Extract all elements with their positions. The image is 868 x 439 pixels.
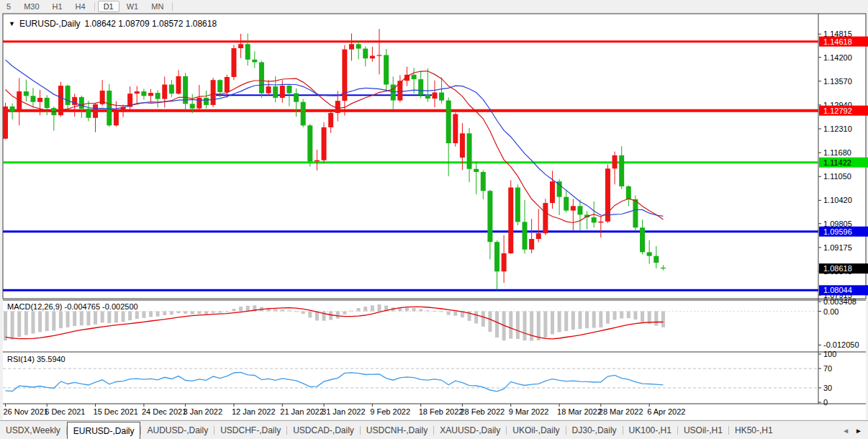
timeframe-button-MN[interactable]: MN [145, 1, 169, 12]
chart-tab-hk50h1[interactable]: HK50-,H1 [729, 421, 779, 439]
date-axis-label: 26 Nov 2021 [4, 407, 48, 416]
candle [280, 86, 285, 98]
candle [397, 81, 402, 100]
candle [487, 191, 492, 242]
rsi-axis-tick: 0 [823, 398, 828, 407]
candle [86, 109, 91, 118]
candle [453, 114, 458, 143]
chart-symbol-period: EURUSD-,Daily [19, 19, 81, 29]
candle [529, 239, 534, 250]
candle [141, 91, 146, 96]
candle [3, 107, 8, 139]
candle [363, 49, 368, 59]
toolbar-separator [172, 2, 173, 11]
candle [384, 55, 389, 84]
candle [190, 104, 195, 108]
candle [65, 86, 71, 105]
candle [286, 86, 291, 94]
chart-canvas: 1.148151.142001.135701.129401.123101.116… [0, 0, 868, 439]
candle [598, 222, 603, 223]
macd-axis-tick: -0.012050 [823, 340, 859, 349]
candle [370, 56, 375, 59]
candle [294, 94, 299, 102]
tab-scroll-left-icon[interactable]: ◄ [842, 427, 849, 435]
candle [135, 91, 140, 94]
candle [245, 44, 250, 60]
date-axis-label: 18 Feb 2022 [419, 407, 464, 416]
date-axis-label: 28 Feb 2022 [460, 407, 505, 416]
candle [155, 93, 161, 99]
candle [550, 181, 555, 203]
candle [349, 44, 354, 49]
candle [45, 98, 50, 108]
date-axis-label: 21 Jan 2022 [280, 407, 324, 416]
date-axis-label: 9 Feb 2022 [370, 407, 410, 416]
date-axis-label: 15 Dec 2021 [94, 407, 138, 416]
date-axis-label: 18 Mar 2022 [557, 407, 602, 416]
candle [238, 44, 243, 48]
date-axis-label: 9 Mar 2022 [509, 407, 549, 416]
chart-tab-eurusddaily[interactable]: EURUSD-,Daily [67, 422, 141, 439]
candle [79, 97, 84, 109]
timeframe-button-H1[interactable]: H1 [47, 1, 68, 12]
timeframe-button-H4[interactable]: H4 [70, 1, 91, 12]
chart-tab-uk100h1[interactable]: UK100-,H1 [623, 421, 677, 439]
candle [307, 125, 312, 161]
candle [114, 111, 119, 125]
candle [612, 155, 618, 168]
candle [564, 197, 569, 211]
chart-tab-audusddaily[interactable]: AUDUSD-,Daily [141, 421, 214, 439]
rsi-axis-tick: 30 [823, 384, 832, 392]
chart-tab-xauusddaily[interactable]: XAUUSD-,Daily [434, 421, 506, 439]
date-axis-label: 24 Dec 2021 [142, 407, 186, 416]
candle [654, 256, 659, 263]
candle [640, 227, 645, 252]
candle [502, 253, 507, 271]
candle [252, 60, 257, 63]
rsi-axis-tick: 70 [823, 364, 832, 373]
price-axis[interactable] [818, 14, 866, 299]
candle [523, 222, 528, 249]
chart-tab-dj30daily[interactable]: DJ30-,Daily [566, 421, 623, 439]
candle [647, 252, 652, 255]
timeframe-button-D1[interactable]: D1 [98, 1, 119, 12]
macd-name: MACD(12,26,9) [7, 302, 62, 311]
candle [259, 62, 264, 93]
timeframe-button-W1[interactable]: W1 [121, 1, 145, 12]
candle [661, 268, 666, 268]
chart-title: ▼ EURUSD-,Daily 1.08642 1.08709 1.08572 … [9, 19, 217, 29]
candle [439, 93, 444, 101]
timeframe-button-M30[interactable]: M30 [18, 1, 45, 12]
candle [315, 160, 320, 162]
chart-ohlc-values: 1.08642 1.08709 1.08572 1.08618 [85, 19, 217, 29]
candle [425, 95, 430, 99]
chart-tab-usdxweekly[interactable]: USDX,Weekly [0, 421, 66, 439]
tab-scroll-right-icon[interactable]: ► [855, 427, 862, 435]
date-axis-label: 12 Jan 2022 [232, 407, 276, 416]
candle [412, 75, 417, 79]
toolbar-separator [94, 2, 95, 11]
chart-tab-usdcaddaily[interactable]: USDCAD-,Daily [287, 421, 360, 439]
candle [577, 206, 582, 214]
timeframe-button-5[interactable]: 5 [1, 1, 17, 12]
candle [446, 101, 451, 143]
candle [217, 80, 222, 92]
candle [204, 98, 209, 105]
rsi-label: RSI(14) 35.5940 [7, 355, 65, 363]
candle [481, 172, 486, 191]
candle [474, 169, 479, 172]
rsi-name: RSI(14) [7, 355, 35, 363]
candle [536, 233, 541, 239]
chevron-down-icon[interactable]: ▼ [9, 21, 15, 27]
candle [376, 55, 381, 55]
chart-tab-usdcnhdaily[interactable]: USDCNH-,Daily [361, 421, 433, 439]
candle [418, 79, 423, 95]
date-axis-label: 3 Jan 2022 [184, 407, 222, 416]
candle [10, 107, 15, 112]
chart-tab-usdchfdaily[interactable]: USDCHF-,Daily [214, 421, 286, 439]
candle [266, 86, 271, 93]
candle [543, 203, 548, 233]
candle [626, 186, 631, 199]
chart-tab-ukoildaily[interactable]: UKOil-,Daily [507, 421, 565, 439]
chart-tab-usoilh1[interactable]: USOil-,H1 [678, 421, 728, 439]
